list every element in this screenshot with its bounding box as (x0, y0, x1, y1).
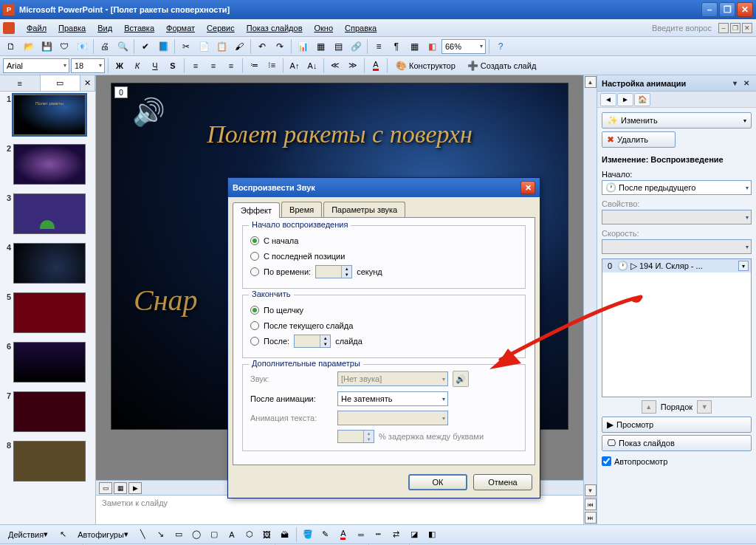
expand-all-icon[interactable]: ≡ (371, 38, 387, 55)
menu-view[interactable]: Вид (92, 21, 118, 35)
dialog-close-icon[interactable]: ✕ (520, 181, 535, 194)
save-icon[interactable]: 💾 (38, 38, 55, 55)
diagram-icon[interactable]: ⬡ (241, 527, 258, 543)
change-effect-button[interactable]: ✨Изменить (602, 112, 752, 128)
open-icon[interactable]: 📂 (21, 38, 37, 55)
document-control-icon[interactable] (3, 22, 15, 34)
shadow-style-icon[interactable]: ◪ (406, 527, 422, 543)
research-icon[interactable]: 📘 (155, 38, 171, 55)
start-select[interactable]: 🕐 После предыдущего (602, 180, 752, 195)
tab-effect[interactable]: Эффект (233, 202, 280, 218)
reorder-up-button[interactable]: ▲ (642, 400, 656, 414)
menu-slideshow[interactable]: Показ слайдов (241, 21, 309, 35)
autopreview-checkbox[interactable]: Автопросмотр (602, 456, 752, 466)
picture-icon[interactable]: 🏔 (277, 527, 293, 543)
slide-thumb-4[interactable] (13, 243, 86, 284)
radio-from-beginning[interactable] (250, 236, 259, 245)
slide-thumb-1[interactable]: Полет ракеты (13, 95, 86, 135)
bold-icon[interactable]: Ж (111, 58, 128, 74)
ok-button[interactable]: ОК (408, 474, 467, 490)
vertical-scrollbar[interactable]: ▲ ▼ ⏮ ⏭ (583, 75, 597, 524)
select-objects-icon[interactable]: ↖ (55, 527, 71, 543)
reorder-down-button[interactable]: ▼ (697, 400, 712, 414)
help-icon[interactable]: ? (492, 38, 509, 55)
normal-view-button[interactable]: ▭ (99, 482, 112, 494)
radio-after-slides[interactable] (250, 337, 259, 346)
align-left-icon[interactable]: ≡ (188, 58, 204, 74)
arrow-icon[interactable]: ↘ (153, 527, 169, 543)
paste-icon[interactable]: 📋 (213, 38, 230, 55)
effects-list[interactable]: 0 🕐 ▷ 194 И. Скляр - ... ▾ (602, 258, 752, 397)
prev-slide-icon[interactable]: ⏮ (585, 498, 597, 510)
radio-from-time[interactable] (250, 267, 259, 276)
bullets-icon[interactable]: ⁝≡ (264, 58, 280, 74)
undo-icon[interactable]: ↶ (254, 38, 270, 55)
shadow-icon[interactable]: S (165, 58, 181, 74)
line-icon[interactable]: ╲ (135, 527, 151, 543)
line-color-icon[interactable]: ✎ (317, 527, 334, 543)
tables-borders-icon[interactable]: ▤ (330, 38, 346, 55)
effect-row[interactable]: 0 🕐 ▷ 194 И. Скляр - ... ▾ (602, 259, 751, 272)
italic-icon[interactable]: К (129, 58, 145, 74)
menu-insert[interactable]: Вставка (118, 21, 160, 35)
oval-icon[interactable]: ◯ (188, 527, 205, 543)
cancel-button[interactable]: Отмена (473, 474, 532, 490)
slideshow-button[interactable]: 🖵Показ слайдов (602, 435, 752, 451)
align-right-icon[interactable]: ≡ (223, 58, 239, 74)
redo-icon[interactable]: ↷ (272, 38, 288, 55)
zoom-select[interactable]: 66% (441, 39, 486, 54)
dash-style-icon[interactable]: ┅ (371, 527, 387, 543)
slides-spinner[interactable]: ▲▼ (294, 335, 331, 348)
slide-thumb-8[interactable] (13, 441, 86, 481)
email-icon[interactable]: 📧 (74, 38, 90, 55)
taskpane-close-icon[interactable]: ✕ (741, 78, 752, 89)
show-formatting-icon[interactable]: ¶ (388, 38, 405, 55)
maximize-button[interactable]: ❐ (719, 2, 735, 17)
menu-tools[interactable]: Сервис (201, 21, 241, 35)
textbox-icon[interactable]: ▢ (206, 527, 222, 543)
tab-timing[interactable]: Время (281, 202, 322, 217)
outline-tab[interactable]: ≡ (0, 75, 41, 91)
slide-thumb-5[interactable] (13, 292, 86, 333)
line-style-icon[interactable]: ═ (353, 527, 369, 543)
rectangle-icon[interactable]: ▭ (171, 527, 187, 543)
print-icon[interactable]: 🖨 (97, 38, 113, 55)
taskpane-menu-icon[interactable]: ▾ (729, 78, 740, 89)
next-slide-icon[interactable]: ⏭ (585, 512, 597, 524)
close-button[interactable]: ✕ (737, 2, 753, 17)
font-size-select[interactable]: 18 (71, 58, 105, 73)
copy-icon[interactable]: 📄 (196, 38, 212, 55)
new-slide-button[interactable]: ➕ Создать слайд (462, 58, 542, 74)
spellcheck-icon[interactable]: ✔ (137, 38, 154, 55)
delete-effect-button[interactable]: ✖Удалить (602, 131, 676, 148)
radio-from-last-position[interactable] (250, 252, 259, 261)
menu-edit[interactable]: Правка (52, 21, 92, 35)
taskpane-forward-icon[interactable]: ► (617, 93, 633, 106)
slides-tab[interactable]: ▭ (41, 75, 81, 91)
slide-subtitle-text[interactable]: Снар (134, 283, 198, 318)
menu-file[interactable]: Файл (21, 21, 52, 35)
slide-title-text[interactable]: Полет ракеты с поверхн (111, 120, 568, 148)
permissions-icon[interactable]: 🛡 (56, 38, 72, 55)
cut-icon[interactable]: ✂ (178, 38, 194, 55)
wordart-icon[interactable]: A (224, 527, 240, 543)
arrow-style-icon[interactable]: ⇄ (388, 527, 405, 543)
insert-hyperlink-icon[interactable]: 🔗 (348, 38, 364, 55)
font-select[interactable]: Arial (3, 58, 69, 73)
new-icon[interactable]: 🗋 (3, 38, 19, 55)
minimize-button[interactable]: – (701, 2, 718, 17)
menu-window[interactable]: Окно (309, 21, 340, 35)
align-center-icon[interactable]: ≡ (205, 58, 221, 74)
menu-format[interactable]: Формат (160, 21, 201, 35)
sorter-view-button[interactable]: ▦ (114, 482, 127, 494)
tab-sound-settings[interactable]: Параметры звука (323, 202, 405, 217)
effect-dropdown-icon[interactable]: ▾ (738, 261, 749, 271)
ask-question-box[interactable]: Введите вопрос (652, 24, 718, 32)
autoshapes-menu[interactable]: Автофигуры ▾ (72, 527, 134, 543)
preview-button[interactable]: ▶Просмотр (602, 417, 752, 433)
close-panel-button[interactable]: ✕ (80, 75, 95, 91)
clipart-icon[interactable]: 🖼 (259, 527, 275, 543)
decrease-indent-icon[interactable]: ≪ (327, 58, 343, 74)
font-color-icon[interactable]: A (368, 58, 384, 74)
design-button[interactable]: 🎨 Конструктор (391, 58, 461, 74)
